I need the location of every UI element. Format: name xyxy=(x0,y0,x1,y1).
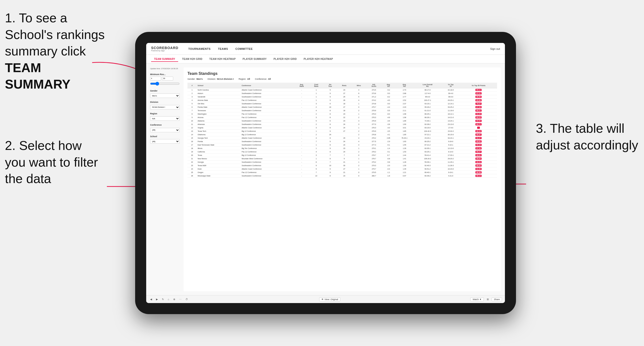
cell-low-overall: 63-15-1 xyxy=(414,102,441,106)
toolbar-grid[interactable]: ⊞ xyxy=(486,297,490,301)
cell-avg-par: 1.55 xyxy=(395,143,414,147)
cell-avg-sg: -3.6 xyxy=(382,119,395,123)
sub-nav-team-h2h-heatmap[interactable]: TEAM H2H HEATMAP xyxy=(206,57,238,62)
table-row: 2 Auburn Southeastern Conference - 1 9 2… xyxy=(188,92,497,95)
col-adj-score: Adj.Score xyxy=(366,83,382,88)
cell-adj-score: 279.7 xyxy=(366,167,382,171)
sub-nav-team-summary[interactable]: TEAM SUMMARY xyxy=(151,57,178,62)
cell-no-tour: 7 xyxy=(324,154,337,157)
cell-low-overall: 82-28-2 xyxy=(414,123,441,126)
cell-avg-par: 2.88 xyxy=(395,92,414,95)
cell-vs-top50-pts: 85.98 xyxy=(460,99,497,102)
cell-conference: Pac-12 Conference xyxy=(240,99,294,102)
cell-low-overall: 82-05-1 xyxy=(414,147,441,150)
view-original-label: View: Original xyxy=(324,298,338,301)
cell-school: Florida State xyxy=(196,106,240,109)
cell-rank: 24 xyxy=(188,167,196,171)
toolbar-more[interactable]: ⋯ xyxy=(178,297,182,301)
cell-adj-score: 277.5 xyxy=(366,140,382,143)
filter-range-slider[interactable] xyxy=(150,82,180,86)
cell-low-overall: 90-51-2 xyxy=(414,167,441,171)
score-badge: 83.49 xyxy=(476,113,482,115)
sub-nav-player-h2h-grid[interactable]: PLAYER H2H GRID xyxy=(270,57,300,62)
cell-adj-score: 280.7 xyxy=(366,174,382,178)
cell-rank: 14 xyxy=(188,133,196,137)
cell-vs-top25: 9-24-0 xyxy=(441,140,460,143)
filter-region-select[interactable]: N/A xyxy=(150,116,180,121)
cell-vs-top25: 17-9-0 xyxy=(441,126,460,130)
score-badge: 88.27 xyxy=(476,151,482,153)
cell-vs-top25: 15-32-2 xyxy=(441,130,460,133)
filter-region-label: Region xyxy=(150,112,180,115)
cell-avg-rank: - xyxy=(294,171,309,174)
cell-low-overall: 61-21-0 xyxy=(414,109,441,112)
score-badge: 96.91 xyxy=(476,154,482,156)
cell-no-tour: 10 xyxy=(324,106,337,109)
toolbar-clock[interactable]: ⏱ xyxy=(184,297,189,301)
cell-no-tour: 9 xyxy=(324,88,337,92)
filter-gender-select[interactable]: Men's xyxy=(150,94,180,98)
cell-rnds: 24 xyxy=(337,143,352,147)
filter-region: Region N/A xyxy=(150,112,180,121)
cell-vs-top25: 33-25-2 xyxy=(441,106,460,109)
cell-school: Tennessee xyxy=(196,109,240,112)
view-original-button[interactable]: 👁 View: Original xyxy=(319,297,340,301)
cell-adj-score: 275.7 xyxy=(366,106,382,109)
cell-avg-sg: -3.5 xyxy=(382,130,395,133)
cell-avg-par: 1.39 xyxy=(395,167,414,171)
cell-low-overall: 117-4-0 xyxy=(414,92,441,95)
cell-avg-sg: -5.2 xyxy=(382,88,395,92)
cell-no-tour: 6 xyxy=(324,102,337,106)
sign-out-link[interactable]: Sign out xyxy=(490,47,500,50)
cell-avg-sg: -4.4 xyxy=(382,106,395,109)
score-badge: 88.38 xyxy=(476,171,482,173)
filter-school-select[interactable]: (All) xyxy=(150,139,180,144)
cell-avg-rank: - xyxy=(294,123,309,126)
share-button[interactable]: Share xyxy=(492,297,502,301)
toolbar-forward[interactable]: ▶ xyxy=(155,297,159,301)
cell-avg-par: 3.01 xyxy=(395,126,414,130)
cell-vs-top25: 34-24-1 xyxy=(441,137,460,140)
nav-committee[interactable]: COMMITTEE xyxy=(236,46,253,51)
cell-vs-top50-pts: 80.23 xyxy=(460,116,497,119)
filter-max-input[interactable] xyxy=(162,77,173,80)
cell-conference: Southeastern Conference xyxy=(240,119,294,123)
cell-low-overall: 87-21-2 xyxy=(414,143,441,147)
cell-rank: 25 xyxy=(188,171,196,174)
cell-conf-rank: 9 xyxy=(309,164,323,167)
cell-wins: 2 xyxy=(352,133,366,137)
watch-button[interactable]: Watch ▼ xyxy=(470,297,484,301)
cell-avg-par: 1.28 xyxy=(395,161,414,164)
table-row: 18 Illinois Big Ten Conference - 1 9 23 … xyxy=(188,147,497,150)
sub-nav-team-h2h-grid[interactable]: TEAM H2H GRID xyxy=(179,57,206,62)
cell-rank: 20 xyxy=(188,154,196,157)
score-badge: 97.34 xyxy=(476,147,482,150)
cell-avg-rank: - xyxy=(294,154,309,157)
cell-vs-top50-pts: 88.42 xyxy=(460,164,497,167)
col-rank: # xyxy=(188,83,196,88)
cell-avg-par: 2.70 xyxy=(395,88,414,92)
sub-nav-player-h2h-heatmap[interactable]: PLAYER H2H HEATMAP xyxy=(301,57,336,62)
toolbar-home[interactable]: ⌂ xyxy=(167,297,170,301)
cell-school: East Tennessee State xyxy=(196,143,240,147)
cell-adj-score: 279.2 xyxy=(366,161,382,164)
cell-rnds: 23 xyxy=(337,147,352,150)
nav-tournaments[interactable]: TOURNAMENTS xyxy=(188,46,210,51)
filter-min-input[interactable] xyxy=(150,77,161,80)
nav-teams[interactable]: TEAMS xyxy=(218,46,228,51)
cell-avg-rank: - xyxy=(294,143,309,147)
toolbar-share2[interactable]: ⊕ xyxy=(172,297,176,301)
filter-division-select[interactable]: NCAA Division I xyxy=(150,105,180,109)
cell-school: Alabama xyxy=(196,119,240,123)
sub-nav-player-summary[interactable]: PLAYER SUMMARY xyxy=(240,57,270,62)
cell-avg-sg: -6.0 xyxy=(382,112,395,116)
cell-conference: Pac-12 Conference xyxy=(240,150,294,154)
toolbar-back[interactable]: ◀ xyxy=(149,297,153,301)
cell-conference: Big Ten Conference xyxy=(240,147,294,150)
cell-conference: Big 12 Conference xyxy=(240,154,294,157)
cell-no-tour: 8 xyxy=(324,157,337,161)
cell-avg-rank: - xyxy=(294,167,309,171)
toolbar-reload[interactable]: ↻ xyxy=(161,297,165,301)
filter-conference-select[interactable]: (All) xyxy=(150,128,180,132)
cell-wins: 3 xyxy=(352,119,366,123)
